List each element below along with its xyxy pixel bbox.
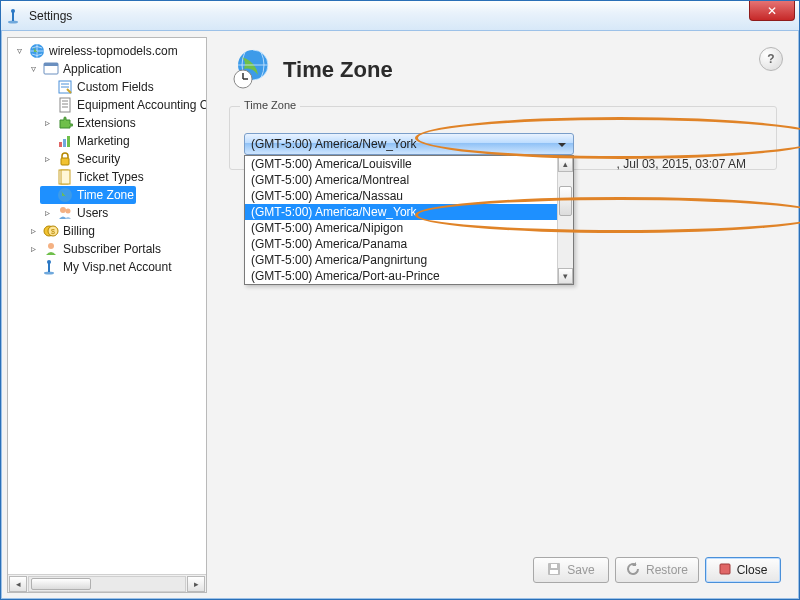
tree-label: Users [77, 204, 108, 222]
window-title: Settings [29, 9, 749, 23]
globe-clock-icon [231, 47, 273, 92]
svg-point-21 [66, 209, 71, 214]
svg-rect-34 [550, 570, 558, 574]
svg-text:$: $ [51, 228, 55, 235]
chart-icon [57, 133, 73, 149]
timezone-option[interactable]: (GMT-5:00) America/Panama [245, 236, 573, 252]
tree-ticket-types[interactable]: Ticket Types [40, 168, 146, 186]
tree-billing[interactable]: ▹ $ Billing [26, 222, 97, 240]
expand-icon[interactable]: ▹ [42, 208, 53, 219]
puzzle-icon [57, 115, 73, 131]
scroll-down-button[interactable]: ▾ [558, 268, 573, 284]
document-icon [57, 97, 73, 113]
help-button[interactable]: ? [759, 47, 783, 71]
tree-subscriber-portals[interactable]: ▹ Subscriber Portals [26, 240, 163, 258]
timezone-select[interactable]: (GMT-5:00) America/New_York [244, 133, 574, 155]
tree-equipment-accounting[interactable]: Equipment Accounting Controls [40, 96, 206, 114]
page-header: Time Zone [213, 37, 793, 96]
window-buttons: ✕ [749, 1, 797, 30]
svg-rect-15 [67, 136, 70, 147]
svg-point-28 [47, 260, 51, 264]
button-label: Save [567, 563, 594, 577]
svg-rect-16 [61, 158, 69, 165]
tree-label: My Visp.net Account [63, 258, 172, 276]
dialog-footer: Save Restore Close [533, 557, 781, 583]
settings-window: Settings ✕ ▿ wireless-topmodels.com [0, 0, 800, 600]
app-icon [7, 8, 23, 24]
close-icon: ✕ [767, 5, 777, 17]
timezone-option[interactable]: (GMT-5:00) America/Montreal [245, 172, 573, 188]
timezone-option-selected[interactable]: (GMT-5:00) America/New_York [245, 204, 573, 220]
svg-rect-14 [63, 139, 66, 147]
timezone-selected-value: (GMT-5:00) America/New_York [251, 137, 417, 151]
nav-tree: ▿ wireless-topmodels.com ▿ [8, 38, 206, 574]
tree-label: Marketing [77, 132, 130, 150]
tree-time-zone[interactable]: Time Zone [40, 186, 136, 204]
tree-label: wireless-topmodels.com [49, 42, 178, 60]
lock-icon [57, 151, 73, 167]
tree-security[interactable]: ▹ Security [40, 150, 122, 168]
tree-extensions[interactable]: ▹ Extensions [40, 114, 138, 132]
collapse-icon[interactable]: ▿ [14, 46, 25, 57]
timezone-section: Time Zone (GMT-5:00) America/New_York , … [229, 106, 777, 170]
chevron-down-icon [555, 138, 569, 152]
tree-label: Application [63, 60, 122, 78]
timezone-option[interactable]: (GMT-5:00) America/Pangnirtung [245, 252, 573, 268]
tree-custom-fields[interactable]: Custom Fields [40, 78, 156, 96]
svg-rect-35 [551, 564, 557, 568]
restore-icon [626, 562, 640, 579]
expand-icon[interactable]: ▹ [42, 154, 53, 165]
tree-label: Time Zone [77, 186, 134, 204]
scroll-thumb[interactable] [559, 186, 572, 216]
window-body: ▿ wireless-topmodels.com ▿ [1, 31, 799, 599]
expand-icon[interactable]: ▹ [42, 118, 53, 129]
scroll-thumb[interactable] [31, 578, 91, 590]
tree-label: Subscriber Portals [63, 240, 161, 258]
sidebar: ▿ wireless-topmodels.com ▿ [7, 37, 207, 593]
window-icon [43, 61, 59, 77]
scroll-left-button[interactable]: ◂ [9, 576, 27, 592]
save-button[interactable]: Save [533, 557, 609, 583]
svg-rect-9 [60, 98, 70, 112]
help-icon: ? [767, 52, 774, 66]
user-icon [43, 241, 59, 257]
globe-icon [57, 187, 73, 203]
expand-icon[interactable]: ▹ [28, 226, 39, 237]
users-icon [57, 205, 73, 221]
timezone-option[interactable]: (GMT-5:00) America/Port-au-Prince [245, 268, 573, 284]
tree-label: Extensions [77, 114, 136, 132]
collapse-icon[interactable]: ▿ [28, 64, 39, 75]
titlebar: Settings ✕ [1, 1, 799, 31]
svg-rect-18 [61, 170, 70, 184]
section-label: Time Zone [240, 99, 300, 111]
tree-users[interactable]: ▹ Users [40, 204, 110, 222]
timezone-option[interactable]: (GMT-5:00) America/Nassau [245, 188, 573, 204]
tree-label: Security [77, 150, 120, 168]
svg-point-2 [11, 9, 15, 13]
scroll-track[interactable] [28, 576, 186, 592]
tree-label: Equipment Accounting Controls [77, 96, 206, 114]
svg-point-19 [58, 188, 72, 202]
expand-icon[interactable]: ▹ [28, 244, 39, 255]
stop-icon [719, 563, 731, 578]
save-icon [547, 562, 561, 579]
tree-marketing[interactable]: Marketing [40, 132, 132, 150]
dropdown-vscrollbar[interactable]: ▴ ▾ [557, 156, 573, 284]
app-icon [43, 259, 59, 275]
window-close-button[interactable]: ✕ [749, 1, 795, 21]
timezone-option[interactable]: (GMT-5:00) America/Louisville [245, 156, 573, 172]
tree-root[interactable]: ▿ wireless-topmodels.com [12, 42, 204, 60]
restore-button[interactable]: Restore [615, 557, 699, 583]
tree-label: Custom Fields [77, 78, 154, 96]
scroll-right-button[interactable]: ▸ [187, 576, 205, 592]
timezone-option[interactable]: (GMT-5:00) America/Nipigon [245, 220, 573, 236]
timezone-dropdown[interactable]: (GMT-5:00) America/Louisville (GMT-5:00)… [244, 155, 574, 285]
tree-label: Billing [63, 222, 95, 240]
button-label: Restore [646, 563, 688, 577]
tree-my-account[interactable]: My Visp.net Account [26, 258, 174, 276]
sidebar-hscrollbar[interactable]: ◂ ▸ [8, 574, 206, 592]
scroll-up-button[interactable]: ▴ [558, 156, 573, 172]
close-button[interactable]: Close [705, 557, 781, 583]
tree-application[interactable]: ▿ Application [26, 60, 204, 78]
globe-icon [29, 43, 45, 59]
